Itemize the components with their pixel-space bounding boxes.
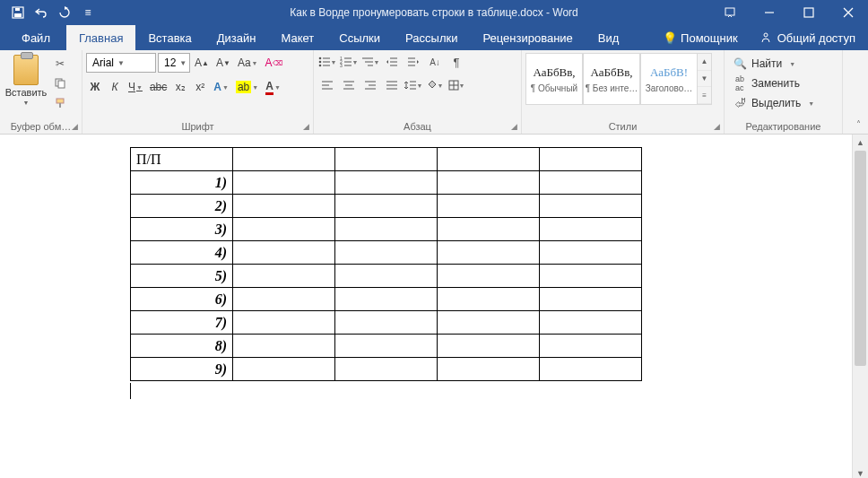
sort-button[interactable]: A↓ <box>425 53 445 71</box>
numbering-button[interactable]: 123▼ <box>339 53 359 71</box>
change-case-button[interactable]: Aa▼ <box>235 54 261 72</box>
tab-mailings[interactable]: Рассылки <box>393 25 470 50</box>
table-cell[interactable] <box>540 195 642 218</box>
shrink-font-button[interactable]: A▼ <box>213 54 233 72</box>
borders-button[interactable]: ▼ <box>447 76 466 94</box>
table-cell[interactable] <box>540 265 642 288</box>
table-cell[interactable] <box>540 335 642 358</box>
redo-button[interactable] <box>54 2 75 23</box>
tab-design[interactable]: Дизайн <box>204 25 269 50</box>
style-no-spacing[interactable]: АаБбВв, ¶ Без инте… <box>583 53 640 105</box>
ribbon-options-button[interactable] <box>710 0 750 25</box>
styles-launcher[interactable]: ◢ <box>711 121 722 132</box>
collapse-ribbon-button[interactable]: ˄ <box>852 117 864 130</box>
table-cell[interactable] <box>438 335 540 358</box>
table-cell[interactable] <box>438 358 540 381</box>
table-cell[interactable] <box>540 358 642 381</box>
table-cell[interactable] <box>438 148 540 171</box>
table-cell[interactable] <box>540 218 642 241</box>
table-row[interactable]: 5) <box>131 265 642 288</box>
shading-button[interactable]: ▼ <box>425 76 445 94</box>
maximize-button[interactable] <box>789 0 829 25</box>
style-heading1[interactable]: АаБбВ! Заголово… <box>640 53 698 105</box>
table-row[interactable]: 1) <box>131 171 642 195</box>
table-cell[interactable]: 4) <box>131 241 233 265</box>
table-cell[interactable] <box>540 148 642 171</box>
table-cell[interactable]: П/П <box>131 148 233 171</box>
table-cell[interactable] <box>438 171 540 195</box>
increase-indent-button[interactable] <box>404 53 423 71</box>
bullets-button[interactable]: ▼ <box>317 53 337 71</box>
font-size-combo[interactable]: 12▼ <box>158 53 190 73</box>
table-cell[interactable] <box>335 265 438 288</box>
table-cell[interactable]: 6) <box>131 288 233 311</box>
table-row[interactable]: 6) <box>131 288 642 311</box>
table-cell[interactable]: 7) <box>131 311 233 335</box>
table-cell[interactable] <box>438 218 540 241</box>
strikethrough-button[interactable]: abc <box>147 78 169 96</box>
table-row[interactable]: П/П <box>131 148 642 171</box>
table-cell[interactable] <box>335 335 438 358</box>
tab-file[interactable]: Файл <box>5 25 66 50</box>
table-cell[interactable] <box>233 311 335 335</box>
superscript-button[interactable]: x² <box>191 78 209 96</box>
decrease-indent-button[interactable] <box>382 53 402 71</box>
scroll-down-button[interactable]: ▼ <box>853 465 868 478</box>
replace-button[interactable]: abacЗаменить <box>728 74 838 92</box>
table-cell[interactable] <box>233 218 335 241</box>
font-launcher[interactable]: ◢ <box>300 121 311 132</box>
qat-customize-button[interactable]: ≡ <box>77 2 99 23</box>
table-row[interactable]: 7) <box>131 311 642 335</box>
grow-font-button[interactable]: A▲ <box>192 54 212 72</box>
table-cell[interactable] <box>438 265 540 288</box>
copy-button[interactable] <box>50 74 70 92</box>
table-cell[interactable] <box>540 241 642 265</box>
table-cell[interactable] <box>540 171 642 195</box>
table-cell[interactable] <box>335 218 438 241</box>
document-table[interactable]: П/П 1) 2) 3) 4) 5) 6) 7) 8) 9) <box>130 147 642 381</box>
table-cell[interactable] <box>233 241 335 265</box>
tab-insert[interactable]: Вставка <box>135 25 204 50</box>
table-cell[interactable] <box>335 288 438 311</box>
table-cell[interactable] <box>335 148 438 171</box>
font-name-combo[interactable]: Arial▼ <box>86 53 156 73</box>
document-scroll[interactable]: П/П 1) 2) 3) 4) 5) 6) 7) 8) 9) <box>0 135 852 478</box>
table-cell[interactable]: 8) <box>131 335 233 358</box>
select-button[interactable]: ⮰Выделить▼ <box>728 94 838 112</box>
styles-expand[interactable]: ▲▼≡ <box>698 53 712 105</box>
table-cell[interactable] <box>233 288 335 311</box>
table-row[interactable]: 8) <box>131 335 642 358</box>
save-button[interactable] <box>7 2 29 23</box>
clipboard-launcher[interactable]: ◢ <box>69 121 80 132</box>
paragraph-launcher[interactable]: ◢ <box>508 121 519 132</box>
scroll-up-button[interactable]: ▲ <box>853 135 868 151</box>
tell-me-assistant[interactable]: 💡 Помощник <box>654 25 747 50</box>
share-button[interactable]: Общий доступ <box>747 25 868 50</box>
minimize-button[interactable] <box>750 0 789 25</box>
table-cell[interactable] <box>233 335 335 358</box>
multilevel-list-button[interactable]: ▼ <box>360 53 380 71</box>
table-cell[interactable]: 2) <box>131 195 233 218</box>
text-effects-button[interactable]: A▼ <box>211 78 231 96</box>
bold-button[interactable]: Ж <box>86 78 104 96</box>
scroll-thumb[interactable] <box>855 151 866 366</box>
table-cell[interactable] <box>335 241 438 265</box>
tab-home[interactable]: Главная <box>66 25 135 50</box>
align-right-button[interactable] <box>360 76 380 94</box>
close-button[interactable] <box>829 0 868 25</box>
table-cell[interactable] <box>233 148 335 171</box>
table-cell[interactable] <box>233 265 335 288</box>
clear-formatting-button[interactable]: A⌫ <box>263 54 285 72</box>
table-row[interactable]: 3) <box>131 218 642 241</box>
table-row[interactable]: 4) <box>131 241 642 265</box>
format-painter-button[interactable] <box>50 94 70 112</box>
italic-button[interactable]: К <box>106 78 124 96</box>
table-cell[interactable] <box>540 311 642 335</box>
paste-button[interactable]: Вставить ▼ <box>4 53 48 114</box>
tab-layout[interactable]: Макет <box>268 25 326 50</box>
table-cell[interactable] <box>335 195 438 218</box>
table-cell[interactable] <box>233 358 335 381</box>
table-cell[interactable] <box>233 171 335 195</box>
table-cell[interactable] <box>540 288 642 311</box>
tab-view[interactable]: Вид <box>586 25 632 50</box>
